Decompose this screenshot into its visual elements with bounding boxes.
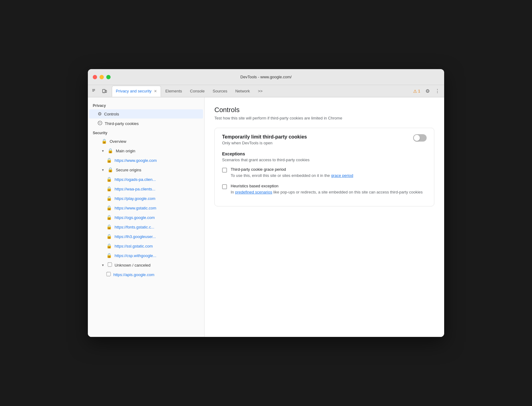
heuristics-title: Heuristics based exception <box>231 184 423 188</box>
device-toolbar-button[interactable] <box>100 87 109 96</box>
svg-point-15 <box>100 123 101 124</box>
tab-console[interactable]: Console <box>186 86 209 97</box>
cookie-limit-card: Temporarily limit third-party cookies On… <box>214 128 434 206</box>
sidebar-item-controls[interactable]: ⚙ Controls <box>89 109 203 119</box>
svg-rect-9 <box>105 90 107 92</box>
tab-icon-group <box>90 87 109 96</box>
tab-label: Sources <box>213 89 227 93</box>
card-title: Temporarily limit third-party cookies <box>222 134 307 140</box>
svg-point-13 <box>100 122 101 123</box>
close-button[interactable] <box>93 75 97 79</box>
grace-period-title: Third-party cookie grace period <box>231 167 353 172</box>
sidebar-item-secure-origins[interactable]: ▼ 🔒 Secure origins <box>89 165 203 174</box>
tab-sources[interactable]: Sources <box>209 86 231 97</box>
sidebar-item-url-ogs[interactable]: 🔒 https://ogs.google.com <box>89 213 203 222</box>
grace-period-desc: To use this, enroll this site or sites e… <box>231 173 353 179</box>
overview-label: Overview <box>110 139 126 144</box>
sidebar-item-main-origin[interactable]: ▼ 🔒 Main origin <box>89 146 203 155</box>
controls-icon: ⚙ <box>98 111 102 117</box>
main-origin-label: Main origin <box>116 149 135 153</box>
tabbar-right: ⚠ 1 ⚙ ⋮ <box>411 87 442 96</box>
svg-rect-17 <box>107 272 111 276</box>
tab-elements[interactable]: Elements <box>162 86 186 97</box>
card-desc: Only when DevTools is open <box>222 141 307 145</box>
heuristics-desc: In predefined scenarios like pop-ups or … <box>231 189 423 195</box>
tab-close-icon[interactable]: ✕ <box>154 89 157 93</box>
svg-rect-2 <box>92 90 93 91</box>
card-header-text: Temporarily limit third-party cookies On… <box>222 134 307 145</box>
sidebar-item-url-lh3[interactable]: 🔒 https://lh3.googleuser... <box>89 232 203 241</box>
lock-icon-lh3: 🔒 <box>106 234 112 239</box>
maximize-button[interactable] <box>106 75 111 79</box>
apis-google-url: https://apis.google.com <box>113 272 155 277</box>
titlebar: DevTools - www.google.com/ <box>88 69 444 85</box>
sidebar-item-url-csp[interactable]: 🔒 https://csp.withgoogle... <box>89 251 203 260</box>
lock-icon-play: 🔒 <box>106 196 112 201</box>
sidebar-item-overview[interactable]: 🔒 Overview <box>89 137 203 146</box>
svg-rect-16 <box>108 263 112 267</box>
svg-point-14 <box>99 123 100 124</box>
url-csp: https://csp.withgoogle... <box>115 253 156 258</box>
unknown-icon-apis <box>106 272 111 277</box>
grace-period-checkbox[interactable] <box>222 168 227 173</box>
lock-icon-csp: 🔒 <box>106 253 112 258</box>
sidebar-item-unknown-canceled[interactable]: ▼ Unknown / canceled <box>89 260 203 270</box>
tab-label: Elements <box>165 89 182 93</box>
svg-rect-0 <box>92 89 93 90</box>
tab-network[interactable]: Network <box>232 86 254 97</box>
url-ogs: https://ogs.google.com <box>115 215 155 220</box>
lock-icon-fonts: 🔒 <box>106 224 112 230</box>
url-ogads: https://ogads-pa.clien... <box>115 177 156 182</box>
content-area: Controls Test how this site will perform… <box>205 97 444 337</box>
main-content: Privacy ⚙ Controls Third-party cookies <box>88 97 444 337</box>
sidebar-item-url-waa[interactable]: 🔒 https://waa-pa.clients... <box>89 184 203 193</box>
warning-icon: ⚠ <box>413 89 417 94</box>
grace-period-link[interactable]: grace period <box>331 173 353 178</box>
sidebar: Privacy ⚙ Controls Third-party cookies <box>88 97 205 337</box>
tab-label: Console <box>190 89 205 93</box>
svg-rect-4 <box>94 89 95 90</box>
heuristics-checkbox[interactable] <box>222 184 227 189</box>
tab-more[interactable]: >> <box>254 86 266 97</box>
exception-heuristics: Heuristics based exception In predefined… <box>222 184 427 195</box>
exceptions-title: Exceptions <box>222 151 427 156</box>
url-gstatic: https://www.gstatic.com <box>115 206 156 210</box>
main-origin-url: https://www.google.com <box>115 158 157 163</box>
inspect-icon-button[interactable] <box>90 87 99 96</box>
exception-grace-period: Third-party cookie grace period To use t… <box>222 167 427 179</box>
sidebar-item-url-fonts[interactable]: 🔒 https://fonts.gstatic.c... <box>89 222 203 232</box>
page-subtitle: Test how this site will perform if third… <box>214 116 434 120</box>
tab-label: Network <box>235 89 250 93</box>
heuristics-desc-after: like pop-ups or redirects, a site embedd… <box>272 190 423 194</box>
predefined-scenarios-link[interactable]: predefined scenarios <box>235 190 272 194</box>
sidebar-item-main-origin-url[interactable]: 🔒 https://www.google.com <box>89 156 203 165</box>
svg-rect-3 <box>93 90 94 91</box>
warning-badge[interactable]: ⚠ 1 <box>411 88 422 94</box>
lock-icon-main-origin: 🔒 <box>108 148 113 154</box>
sidebar-item-url-gstatic[interactable]: 🔒 https://www.gstatic.com <box>89 203 203 213</box>
more-options-button[interactable]: ⋮ <box>433 87 442 96</box>
tab-privacy-security[interactable]: Privacy and security ✕ <box>112 86 161 97</box>
lock-icon-overview: 🔒 <box>101 139 107 144</box>
exceptions-desc: Scenarios that grant access to third-par… <box>222 158 427 162</box>
lock-icon-google: 🔒 <box>106 158 112 163</box>
lock-icon-secure-origins: 🔒 <box>108 167 113 173</box>
sidebar-item-url-ssl[interactable]: 🔒 https://ssl.gstatic.com <box>89 241 203 251</box>
toggle-knob <box>414 135 420 141</box>
sidebar-item-url-play[interactable]: 🔒 https://play.google.com <box>89 194 203 203</box>
settings-button[interactable]: ⚙ <box>423 87 432 96</box>
sidebar-item-apis-google[interactable]: https://apis.google.com <box>89 270 203 279</box>
svg-rect-6 <box>92 91 93 92</box>
url-play: https://play.google.com <box>115 196 155 201</box>
svg-point-12 <box>99 122 100 123</box>
lock-icon-gstatic: 🔒 <box>106 205 112 211</box>
devtools-window: DevTools - www.google.com/ <box>88 69 444 337</box>
unknown-icon <box>108 262 112 268</box>
minimize-button[interactable] <box>100 75 104 79</box>
sidebar-item-third-party-cookies[interactable]: Third-party cookies <box>89 119 203 128</box>
lock-icon-ssl: 🔒 <box>106 243 112 249</box>
sidebar-item-url-ogads[interactable]: 🔒 https://ogads-pa.clien... <box>89 175 203 184</box>
cookie-limit-toggle[interactable] <box>413 134 427 142</box>
unknown-canceled-label: Unknown / canceled <box>115 263 151 267</box>
cookies-icon <box>98 121 102 126</box>
